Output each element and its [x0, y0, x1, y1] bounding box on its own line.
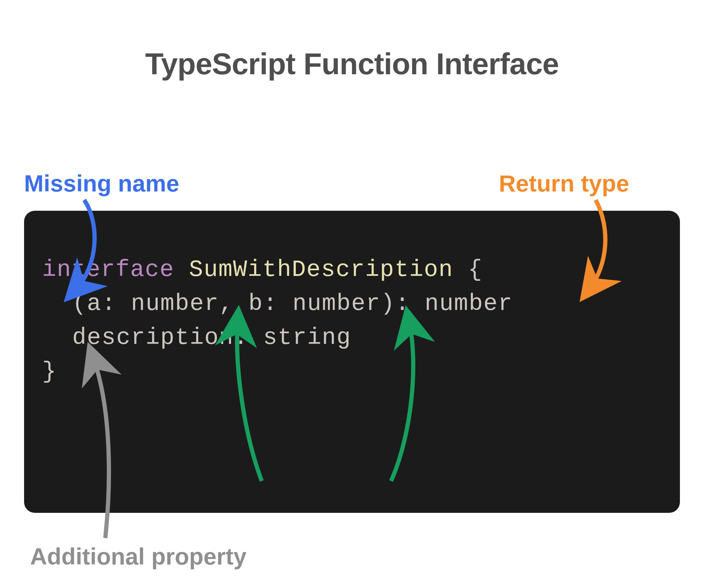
code-keyword-interface: interface	[42, 256, 174, 283]
code-line-2: (a: number, b: number): number	[42, 287, 662, 321]
code-box: interface SumWithDescription { (a: numbe…	[24, 211, 680, 513]
label-return-type: Return type	[499, 170, 629, 197]
code-param-b-name: b	[248, 290, 263, 317]
diagram-title: TypeScript Function Interface	[0, 47, 704, 81]
code-close-brace: }	[42, 358, 57, 385]
code-colon-ret: :	[395, 290, 410, 317]
code-param-b-type: number	[292, 290, 380, 317]
code-open-brace: {	[468, 256, 482, 283]
code-prop-type: string	[263, 324, 351, 351]
code-line-1: interface SumWithDescription {	[42, 253, 662, 287]
code-line-3: description: string	[42, 321, 662, 355]
code-return-type: number	[424, 290, 513, 317]
code-line-4: }	[42, 355, 662, 389]
code-open-paren: (	[72, 290, 87, 317]
code-colon-b: :	[263, 290, 293, 317]
label-missing-name: Missing name	[24, 170, 179, 197]
code-type-name: SumWithDescription	[189, 256, 453, 283]
code-close-paren: )	[380, 290, 395, 317]
code-prop-name: description	[72, 324, 234, 351]
code-param-a-name: a	[87, 290, 102, 317]
code-comma: ,	[219, 290, 234, 317]
code-param-a-type: number	[131, 290, 219, 317]
code-prop-colon: :	[234, 324, 248, 351]
code-colon-a: :	[102, 290, 131, 317]
label-additional-property: Additional property	[30, 543, 246, 570]
